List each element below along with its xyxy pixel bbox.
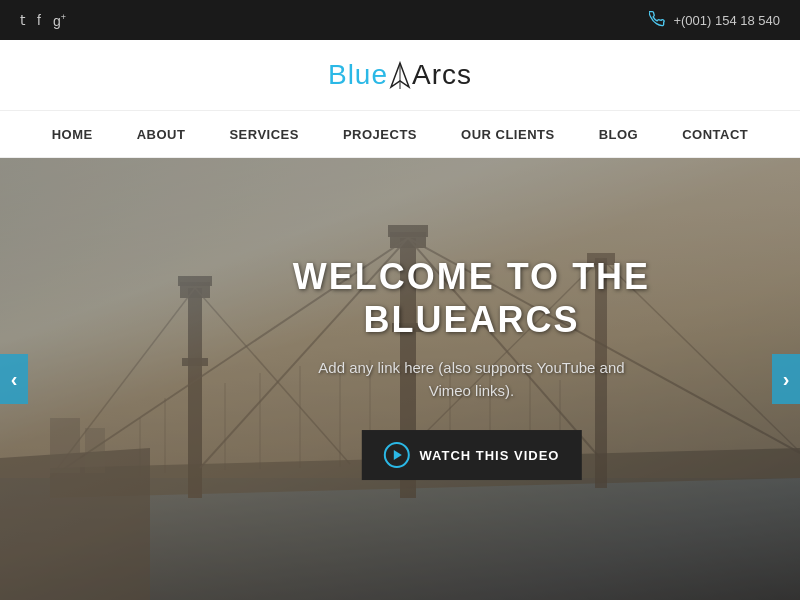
logo-bar: BlueArcs [0,40,800,110]
logo-icon [389,61,411,91]
logo[interactable]: BlueArcs [328,59,472,92]
watch-video-button[interactable]: WATCH THIS VIDEO [361,430,581,480]
phone-area: +(001) 154 18 540 [649,11,780,30]
twitter-icon[interactable]: 𝗍 [20,12,25,29]
phone-icon [649,11,665,30]
hero-title: WELCOME TO THE BLUEARCS [293,255,650,341]
hero-title-line1: WELCOME TO THE [293,256,650,297]
nav-item-projects[interactable]: PROJECTS [321,110,439,158]
chevron-right-icon: › [783,368,790,391]
play-icon [383,442,409,468]
social-icons: 𝗍 f g+ [20,12,66,29]
nav-item-contact[interactable]: CONTACT [660,110,770,158]
nav-bar: HOME ABOUT SERVICES PROJECTS OUR CLIENTS… [0,110,800,158]
facebook-icon[interactable]: f [37,12,41,29]
prev-slide-button[interactable]: ‹ [0,354,28,404]
hero-content: WELCOME TO THE BLUEARCS Add any link her… [293,255,650,480]
hero-section: ‹ › WELCOME TO THE BLUEARCS Add any link… [0,158,800,600]
logo-dark: Arcs [412,59,472,90]
phone-number: +(001) 154 18 540 [673,13,780,28]
next-slide-button[interactable]: › [772,354,800,404]
nav-item-blog[interactable]: BLOG [577,110,661,158]
nav-item-our-clients[interactable]: OUR CLIENTS [439,110,577,158]
chevron-left-icon: ‹ [11,368,18,391]
watch-video-label: WATCH THIS VIDEO [419,448,559,463]
top-bar: 𝗍 f g+ +(001) 154 18 540 [0,0,800,40]
hero-title-line2: BLUEARCS [363,299,579,340]
hero-subtitle: Add any link here (also supports YouTube… [293,357,650,402]
logo-blue: Blue [328,59,388,90]
googleplus-icon[interactable]: g+ [53,12,66,29]
play-triangle [393,450,401,460]
nav-item-home[interactable]: HOME [30,110,115,158]
nav-item-about[interactable]: ABOUT [115,110,208,158]
nav-item-services[interactable]: SERVICES [207,110,321,158]
